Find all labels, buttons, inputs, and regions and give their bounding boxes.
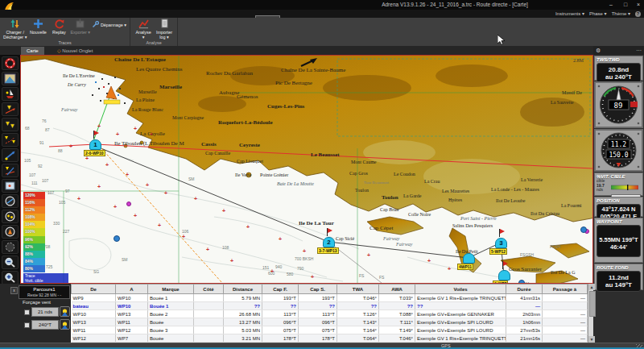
menu-item-phase[interactable]: Phase ▾ bbox=[589, 11, 607, 16]
ribbon-button-label: Importer log ▾ bbox=[156, 30, 172, 39]
legend-band: 116% bbox=[23, 199, 45, 206]
depth-sounding: 91 bbox=[39, 140, 44, 145]
wind-speed-field[interactable]: 21 nds bbox=[31, 307, 59, 317]
table-row-5[interactable]: WP12WP7Bouée3.21 MN178°T178°TT.064°T.046… bbox=[72, 334, 588, 343]
close-button[interactable]: × bbox=[633, 1, 644, 9]
wind-dir-checkbox[interactable] bbox=[24, 322, 30, 328]
replay-button[interactable]: Replay bbox=[49, 19, 68, 35]
mark-arrow-button[interactable] bbox=[2, 102, 19, 116]
ribbon-button-label: Replay bbox=[52, 30, 66, 35]
analyse-button[interactable]: Analyse ▾ bbox=[134, 19, 153, 39]
legend-band: 92% bbox=[23, 243, 45, 251]
maximize-button[interactable]: □ bbox=[620, 1, 631, 9]
circle-arrow-button[interactable] bbox=[2, 194, 19, 208]
column-header-dur-e[interactable]: Durée bbox=[506, 285, 543, 294]
table-row-1[interactable]: bateauWP10Bouée 1????????????— bbox=[72, 302, 588, 310]
column-header-cap-s[interactable]: Cap S. bbox=[299, 285, 337, 294]
more-options-icon[interactable]: ⋯ bbox=[636, 46, 642, 55]
table-row-3[interactable]: WP13WP11Bouée13.27 MN096°T096°TT.143°T.1… bbox=[72, 318, 588, 326]
cell-cap-s: 193°T bbox=[299, 294, 337, 302]
menu-item-th-me[interactable]: Thème ▾ bbox=[612, 11, 630, 16]
column-header-distance[interactable]: Distance bbox=[224, 285, 262, 294]
chart-symbol-plus: + bbox=[367, 253, 370, 258]
route-table[interactable]: DeAMarqueCôtéDistanceCap F.Cap S.TWAAWAV… bbox=[71, 284, 588, 343]
exporter-button[interactable]: Exporter ▾ bbox=[70, 19, 90, 35]
map-label-ile-tiboulen-l-tiboulen-de-m: Ile Tiboulen (L Tiboulen De M bbox=[114, 140, 184, 147]
waypoint-dome[interactable]: 2 bbox=[323, 237, 335, 247]
column-header-passage[interactable]: Passage à bbox=[543, 285, 588, 294]
chart-symbol-plus: + bbox=[97, 124, 101, 129]
cell-dur-e: — bbox=[506, 302, 543, 310]
map-label-baie-de-la-moutte: Baie De La Moutte bbox=[277, 181, 314, 186]
minimize-button[interactable]: – bbox=[605, 1, 617, 9]
circle-marks-button[interactable] bbox=[2, 210, 19, 223]
instruments-sidebar: ⚙ ⋯ TWS/TWD 20.8nd au 240°T 89 bbox=[593, 46, 644, 343]
mark-arrow-icon bbox=[2, 104, 18, 114]
cell-de: WP11 bbox=[72, 326, 116, 334]
waypoint-dome[interactable] bbox=[463, 253, 475, 264]
waypoint-dome[interactable] bbox=[498, 270, 510, 280]
waypoint-dome[interactable]: 1 bbox=[89, 139, 101, 150]
blue-arrow-button[interactable] bbox=[2, 148, 19, 162]
mob-lifebuoy-button[interactable] bbox=[2, 56, 19, 70]
cell-cap-f: 075°T bbox=[262, 326, 299, 334]
map-label-cha-ne-de-l-estaque: Chaîne De L'Estaque bbox=[114, 56, 166, 63]
zoom-out-button[interactable] bbox=[2, 256, 19, 269]
column-header-cap-f[interactable]: Cap F. bbox=[262, 285, 299, 294]
boat-button[interactable] bbox=[2, 87, 19, 101]
zoom-in-button[interactable] bbox=[2, 271, 19, 285]
column-header-marque[interactable]: Marque bbox=[148, 285, 194, 294]
routing-button[interactable] bbox=[2, 164, 19, 177]
speed-target-legend: 120%116%112%108%104%100%96%92%88%84%80% bbox=[23, 192, 45, 272]
chart-button[interactable] bbox=[2, 72, 19, 85]
depth-sounding: 76 bbox=[42, 118, 47, 123]
dotted-circle-button[interactable] bbox=[2, 240, 19, 254]
waypoint-dome[interactable]: 3 bbox=[495, 238, 507, 248]
charger-d-charger-button[interactable]: Charger / Décharger ▾ bbox=[3, 19, 27, 39]
map-label-mont-caume: Mont Caume bbox=[351, 160, 377, 164]
ribbon-group-analyse: Analyse ▾Importer log ▾Analyse bbox=[130, 18, 178, 46]
table-row-2[interactable]: WP10WP13Bouée 226.68 MN113°T113°TT.126°T… bbox=[72, 310, 588, 318]
parcours-close-button[interactable]: x bbox=[10, 287, 18, 294]
marks-route-button[interactable] bbox=[2, 133, 19, 147]
nautical-chart[interactable]: 120%116%112%108%104%100%96%92%88%84%80% … bbox=[20, 55, 593, 284]
wind-speed-checkbox[interactable] bbox=[24, 310, 30, 315]
help-icon[interactable]: ? bbox=[635, 11, 641, 17]
d-pannage-button[interactable]: Dépannage ▾ bbox=[92, 21, 126, 29]
tws-title: TWS/TWD bbox=[595, 56, 642, 62]
scroll-up-icon[interactable]: ▲ bbox=[588, 284, 595, 290]
cell-de: WP10 bbox=[72, 310, 116, 318]
column-header-twa[interactable]: TWA bbox=[337, 285, 379, 294]
route-fond-title: ROUTE FOND bbox=[595, 264, 642, 270]
table-row-4[interactable]: WP11WP12Bouée 35.03 MN075°T075°TT.164°T.… bbox=[72, 326, 588, 334]
column-header-c-t[interactable]: Côté bbox=[194, 285, 224, 294]
wind-speed-source-button[interactable] bbox=[60, 306, 70, 317]
table-row-0[interactable]: WP9WP10Bouée 15.79 MN193°T193°TT.046°T.0… bbox=[72, 294, 588, 302]
wind-dir-source-button[interactable] bbox=[60, 319, 70, 330]
column-header-a[interactable]: A bbox=[116, 285, 148, 294]
tab-nouvel-onglet[interactable]: ◇ Nouvel Onglet bbox=[52, 47, 98, 55]
chart-symbol-plus: + bbox=[77, 197, 80, 202]
column-header-de[interactable]: De bbox=[72, 285, 116, 294]
column-header-voiles[interactable]: Voiles bbox=[415, 285, 506, 294]
nouvelle-button[interactable]: Nouvelle bbox=[28, 19, 47, 35]
scroll-thumb[interactable] bbox=[589, 291, 596, 317]
depth-sounding: 107 bbox=[29, 172, 35, 177]
chart-small-button[interactable] bbox=[2, 179, 19, 193]
chart-symbol-plus: + bbox=[126, 172, 129, 177]
wind-dir-field[interactable]: 240°T bbox=[31, 320, 59, 330]
map-label-la-londe-les-maures: La Londe - Les - Maures bbox=[491, 187, 539, 192]
depth-sounding: SM bbox=[188, 177, 195, 181]
circle-cone-button[interactable] bbox=[2, 225, 19, 239]
menu-item-instruments[interactable]: Instruments ▾ bbox=[555, 11, 584, 16]
legend-band: 96% bbox=[23, 236, 45, 243]
scroll-down-icon[interactable]: ▼ bbox=[588, 336, 595, 343]
importer-log-button[interactable]: Importer log ▾ bbox=[155, 19, 174, 39]
tab-carte[interactable]: Carte bbox=[21, 47, 44, 55]
column-header-awa[interactable]: AWA bbox=[379, 285, 415, 294]
gear-icon[interactable]: ⚙ bbox=[596, 48, 601, 53]
export-icon bbox=[75, 19, 85, 30]
map-label-cassis: Cassis bbox=[201, 141, 217, 147]
table-scrollbar[interactable]: ▲ ▼ bbox=[588, 284, 593, 343]
marks-pair-button[interactable] bbox=[2, 118, 19, 131]
